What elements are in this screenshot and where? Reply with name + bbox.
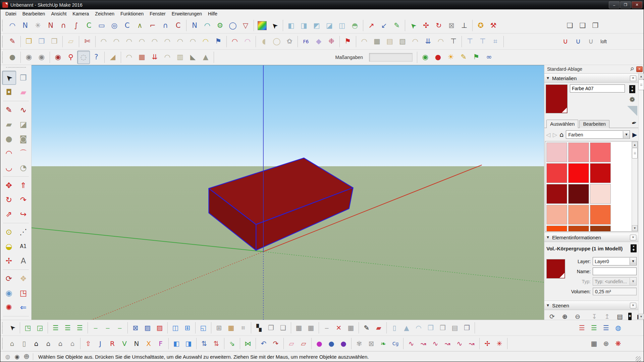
color-swatch[interactable] <box>546 184 567 204</box>
color-swatch[interactable] <box>546 205 567 225</box>
bucket-gray-icon[interactable]: ∪ <box>584 35 597 48</box>
terrain-weave-2-icon[interactable]: ▧ <box>396 35 409 48</box>
tray-scroll-up-icon[interactable] <box>638 73 644 79</box>
arch-cross-icon[interactable]: ◠ <box>228 35 241 48</box>
tube-t-2-icon[interactable]: ⊤ <box>476 35 489 48</box>
orbit-tool[interactable]: ⟳ <box>2 272 16 286</box>
shell-white-icon[interactable]: ✾ <box>353 337 365 350</box>
layers-green-icon[interactable]: ☰ <box>588 321 600 334</box>
house-outline-icon[interactable]: ⌂ <box>30 337 42 350</box>
shape-star-icon[interactable]: ✩ <box>283 35 296 48</box>
trowel-tool-icon[interactable]: ◢ <box>106 51 119 64</box>
select-tool[interactable]: ➤ <box>2 71 16 85</box>
roof-arrows-icon[interactable]: ⇊ <box>148 51 161 64</box>
solid-cylinder-icon[interactable]: ▯ <box>388 321 400 334</box>
terrain-cake-icon[interactable]: ▤ <box>383 35 396 48</box>
curve-arrow-blue-icon[interactable]: ↶ <box>258 337 270 350</box>
follow-me-tool[interactable]: ↷ <box>16 193 31 207</box>
soap-bubble-1-icon[interactable]: ◧ <box>285 19 298 32</box>
make-component-tool[interactable]: ❐ <box>16 71 31 85</box>
notes-tool-icon[interactable]: ✎ <box>457 51 470 64</box>
material-name-input[interactable] <box>570 84 625 93</box>
back-arrow-icon[interactable] <box>546 131 550 138</box>
roof-corner-icon[interactable]: ◣ <box>186 51 199 64</box>
color-swatch[interactable] <box>546 226 567 232</box>
three-point-arc-tool[interactable]: ◡ <box>2 161 16 175</box>
dash-icon[interactable]: ‒ <box>90 321 102 334</box>
lines-icon[interactable]: ☰ <box>50 321 62 334</box>
pie-tool[interactable]: ◔ <box>16 161 31 175</box>
power-tool-icon[interactable]: ◉ <box>419 51 432 64</box>
terrain-lock-icon[interactable]: ⊠ <box>445 19 458 32</box>
roof-grid-icon[interactable]: ◠ <box>123 51 136 64</box>
box-blue-icon[interactable]: ❒ <box>35 35 48 48</box>
fredo6-tools-icon[interactable]: F6 <box>300 35 312 48</box>
panel-frame-icon[interactable]: ⊞ <box>181 321 194 334</box>
compass-tool-icon[interactable]: ✪ <box>474 19 487 32</box>
grid-cross-icon[interactable]: ⊠ <box>129 321 142 334</box>
scroll-up-icon[interactable] <box>632 142 638 147</box>
entity-secondary-pane-icon[interactable] <box>631 244 637 252</box>
color-swatch[interactable] <box>590 163 611 183</box>
bezier-curve-c3-icon[interactable]: C <box>172 19 184 32</box>
resize-grip[interactable] <box>636 356 641 362</box>
sun-tool-icon[interactable]: ☀ <box>444 51 457 64</box>
move-scene-down-icon[interactable]: ↧ <box>590 312 599 321</box>
dash-b-icon[interactable]: ‒ <box>321 321 333 334</box>
measurements-field[interactable] <box>369 53 413 62</box>
scenes-section-header[interactable]: Szenen <box>544 301 639 310</box>
drawing-area[interactable] <box>32 65 544 320</box>
sandbox-smoove-icon[interactable]: ↗ <box>365 19 378 32</box>
update-scene-icon[interactable]: ⟳ <box>548 312 556 321</box>
display-secondary-pane-icon[interactable] <box>629 85 635 93</box>
bezier-arc-icon[interactable]: ◠ <box>6 19 19 32</box>
toolbar-drag-handle[interactable] <box>2 36 4 47</box>
terrain-shell-2-icon[interactable]: ◠ <box>409 35 422 48</box>
compass-circle-icon[interactable]: ⊕ <box>600 337 612 350</box>
bowtie-green-icon[interactable]: ⋈ <box>242 337 254 350</box>
dash-remove-icon[interactable]: ‒ <box>114 321 126 334</box>
fold-paper-icon[interactable]: ▱ <box>64 35 77 48</box>
arch-yellow-icon[interactable]: ◠ <box>199 35 212 48</box>
arch-8-icon[interactable]: ◠ <box>186 35 199 48</box>
bezier-spline-icon[interactable]: N <box>19 19 32 32</box>
house-3d-icon[interactable]: ⌂ <box>6 337 18 350</box>
lines-remove-icon[interactable]: ☰ <box>74 321 86 334</box>
bezier-curve-u-icon[interactable]: ∩ <box>159 19 172 32</box>
bezier-edit-icon[interactable]: ✳ <box>32 19 44 32</box>
tray-header[interactable]: Standard-Ablage <box>544 65 644 73</box>
pushpull-x-icon[interactable]: X <box>143 337 155 350</box>
curve-fredo-3-icon[interactable]: ∿ <box>429 337 441 350</box>
color-swatch[interactable] <box>546 142 567 162</box>
tab-bearbeiten[interactable]: Bearbeiten <box>579 120 609 128</box>
materials-section-header[interactable]: Materialien <box>544 73 639 83</box>
terrain-shell-1-icon[interactable]: ◠ <box>358 35 371 48</box>
grid-corner-icon[interactable]: ◱ <box>197 321 209 334</box>
roof-barrel-icon[interactable]: ▥ <box>174 51 186 64</box>
scenes-secondary-pane-icon[interactable]: ✚ <box>628 313 632 320</box>
layers-blue-icon[interactable]: ☰ <box>600 321 612 334</box>
text-tool[interactable]: A1 <box>16 239 31 253</box>
minimize-button[interactable] <box>609 1 620 8</box>
account-icon[interactable]: ☻ <box>22 352 31 361</box>
grid-hatch-red-icon[interactable]: ▨ <box>154 321 166 334</box>
select-cursor-icon[interactable]: ➤ <box>268 19 281 32</box>
sphere-red-pin-icon[interactable]: ◉ <box>52 51 64 64</box>
shape-red-icon[interactable]: ▱ <box>298 337 310 350</box>
menu-funktionen[interactable]: Funktionen <box>117 10 147 17</box>
curve-wrench-icon[interactable]: ⚙ <box>214 19 226 32</box>
tube-grid-icon[interactable]: ⌗ <box>489 35 502 48</box>
bezier-freehand-icon[interactable]: N <box>44 19 57 32</box>
bezier-curve-c-icon[interactable]: C <box>83 19 95 32</box>
soap-bubble-4-icon[interactable]: ◪ <box>323 19 336 32</box>
solid-dome-icon[interactable]: ◠ <box>413 321 425 334</box>
arrows-updown-blue-icon[interactable]: ⇅ <box>198 337 210 350</box>
paste-clip-icon[interactable]: ❑ <box>277 321 289 334</box>
spline-tool-icon[interactable]: N <box>188 19 201 32</box>
toolbar-drag-handle[interactable] <box>2 338 4 349</box>
color-swatch[interactable] <box>568 226 589 232</box>
dialog-arrow-icon[interactable]: ❐ <box>589 19 602 32</box>
3d-text-tool[interactable]: A <box>16 254 31 268</box>
arch-6-icon[interactable]: ◠ <box>161 35 174 48</box>
forward-arrow-icon[interactable] <box>553 131 557 138</box>
